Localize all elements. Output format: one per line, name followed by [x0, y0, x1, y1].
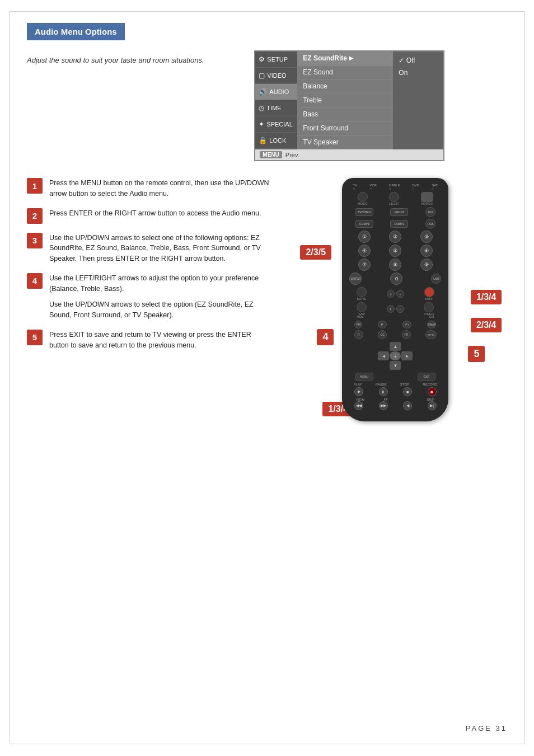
number-pad: ① ② ③ ④ ⑤ ⑥ ⑦ ⑧ ⑨: [346, 231, 444, 271]
dpad-center[interactable]: ●: [390, 351, 401, 360]
pip-input-button[interactable]: PIP IN: [425, 330, 437, 339]
steps-left: 1 Press the MENU button on the remote co…: [27, 178, 273, 421]
menu-item-balance[interactable]: Balance: [297, 79, 393, 93]
ch-down-button[interactable]: -: [396, 305, 404, 313]
step-3-row: 3 Use the UP/DOWN arrows to select one o…: [27, 233, 273, 264]
num-0[interactable]: 0: [390, 273, 402, 285]
skip-button[interactable]: ▶|: [428, 401, 437, 410]
menu-item-treble[interactable]: Treble: [297, 93, 393, 107]
top-section: Adjust the sound to suit your taste and …: [27, 50, 507, 161]
enter-button[interactable]: ENTER: [349, 273, 362, 285]
dpad-down[interactable]: ▼: [390, 361, 401, 370]
menu-item-tv-speaker[interactable]: TV Speaker: [297, 135, 393, 149]
osd-menu-area: ⚙ SETUP ▢ VIDEO 🔊 AUDIO ◷: [254, 50, 507, 161]
menu-item-bass[interactable]: Bass: [297, 107, 393, 121]
num-4[interactable]: ④: [358, 245, 371, 257]
vol-up-button[interactable]: +: [387, 290, 395, 298]
swap-button[interactable]: SWAP: [427, 321, 436, 328]
osd-main-area: EZ SoundRite ▶ EZ Sound Balance Treble: [297, 51, 393, 149]
rgb-button[interactable]: RGB: [425, 219, 435, 229]
vol-down-button[interactable]: -: [396, 290, 404, 298]
cc-button[interactable]: CC: [378, 330, 387, 339]
sap-button[interactable]: [357, 302, 367, 312]
dpad-right[interactable]: ►: [401, 351, 413, 360]
play-button[interactable]: ▶: [354, 387, 363, 396]
menu-item-ez-soundrite[interactable]: EZ SoundRite ▶: [297, 51, 393, 65]
light-button[interactable]: [389, 192, 399, 202]
comp1-button[interactable]: COMP1: [355, 220, 373, 228]
tv-video-row: TV/VIDEO FRONT DVI: [346, 207, 444, 217]
sidebar-lock-label: LOCK: [269, 137, 286, 144]
video-icon: ▢: [259, 72, 265, 79]
num-9[interactable]: ⑨: [420, 259, 433, 271]
comp2-button[interactable]: COMP2: [390, 220, 408, 228]
lock-icon: 🔒: [259, 137, 267, 144]
comp-row: COMP1 COMP2 RGB: [346, 219, 444, 229]
menu-exit-row: MENU EXIT: [346, 373, 444, 381]
osd-bottom-bar: MENU Prev.: [255, 149, 443, 160]
page-number: PAGE 31: [466, 724, 507, 732]
sidebar-lock[interactable]: 🔒 LOCK: [255, 133, 297, 149]
ff-button[interactable]: ▶▶: [379, 401, 388, 410]
transport-area: PLAY PAUSE STOP RECORD ▶ ⏸ ■ ⏺ REW: [346, 383, 444, 410]
sap-video-row: SAP + - VIDEO: [346, 302, 444, 316]
freeze-button[interactable]: FR: [402, 330, 411, 339]
step-1-badge: 1: [27, 178, 43, 194]
dvi-button[interactable]: DVI: [425, 207, 435, 217]
pause-button[interactable]: ⏸: [379, 387, 388, 396]
step-4b-text: Use the UP/DOWN arrows to select the opt…: [49, 299, 273, 321]
dpad-area: ▲ ◄ ● ► ▼: [346, 342, 444, 370]
rew-button[interactable]: ◀◀: [354, 401, 363, 410]
pip-button[interactable]: PIP: [354, 321, 362, 328]
pipch-up-button[interactable]: P+: [402, 321, 411, 328]
option-off[interactable]: Off: [397, 54, 439, 67]
record-button[interactable]: ⏺: [428, 387, 437, 396]
exit-button[interactable]: EXIT: [418, 373, 435, 381]
stop-button[interactable]: ■: [403, 387, 412, 396]
prev-frame-button[interactable]: ◀: [403, 401, 412, 410]
dpad-up[interactable]: ▲: [390, 342, 401, 351]
osd-right-panel: Off On: [393, 51, 443, 149]
front-button[interactable]: FRONT: [390, 208, 408, 216]
mode-button[interactable]: [358, 192, 368, 202]
ch-up-button[interactable]: +: [387, 305, 395, 313]
mute-button[interactable]: [357, 287, 367, 297]
dpad-left[interactable]: ◄: [378, 351, 389, 360]
tv-video-button[interactable]: TV/VIDEO: [355, 208, 373, 216]
step-5-badge: 5: [27, 330, 43, 345]
option-on[interactable]: On: [397, 67, 439, 79]
num-5[interactable]: ⑤: [389, 245, 401, 257]
num-6[interactable]: ⑥: [420, 245, 433, 257]
menu-item-front-surround[interactable]: Front Surround: [297, 121, 393, 135]
special-icon: ✦: [259, 120, 264, 128]
surf-button[interactable]: [424, 287, 434, 297]
num-7[interactable]: ⑦: [358, 259, 371, 271]
sidebar-time[interactable]: ◷ TIME: [255, 100, 297, 116]
num-2[interactable]: ②: [389, 231, 401, 243]
menu-button[interactable]: MENU: [355, 373, 373, 381]
ratio-button[interactable]: R: [354, 330, 363, 339]
remote-control: TV○ VCR○ CABLE○ DVD○ SAT○ MODE: [342, 178, 448, 421]
enter-zero-row: ENTER 0 USB: [346, 273, 444, 285]
sidebar-setup-label: SETUP: [267, 56, 288, 63]
subtitle-text: Adjust the sound to suit your taste and …: [27, 56, 237, 64]
vol-ch-labels: VOL CH: [346, 315, 444, 318]
step-3-badge: 3: [27, 233, 43, 248]
usb-button[interactable]: USB: [431, 274, 441, 284]
sidebar-audio[interactable]: 🔊 AUDIO: [255, 84, 297, 100]
step-4-badge: 4: [27, 273, 43, 289]
sidebar-video[interactable]: ▢ VIDEO: [255, 68, 297, 84]
step-1-row: 1 Press the MENU button on the remote co…: [27, 178, 273, 199]
sidebar-special[interactable]: ✦ SPECIAL: [255, 116, 297, 133]
power-button[interactable]: [421, 192, 433, 202]
num-3[interactable]: ③: [420, 231, 433, 243]
step-5-text: Press EXIT to save and return to TV view…: [49, 330, 273, 351]
sidebar-setup[interactable]: ⚙ SETUP: [255, 51, 297, 68]
callout-badge-5: 5: [468, 346, 485, 362]
menu-button-label[interactable]: MENU: [260, 151, 282, 158]
video-button[interactable]: [424, 302, 434, 312]
menu-item-ez-sound[interactable]: EZ Sound: [297, 65, 393, 79]
num-8[interactable]: ⑧: [389, 259, 401, 271]
pipch-down-button[interactable]: P-: [378, 321, 387, 328]
num-1[interactable]: ①: [358, 231, 371, 243]
